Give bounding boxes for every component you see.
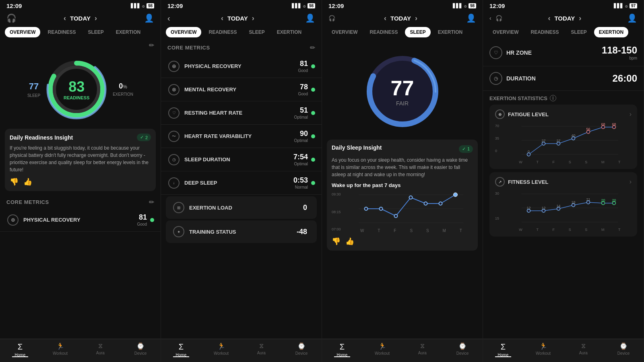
headphones-icon-4[interactable]: 🎧 [495,15,502,21]
left-arrow-4[interactable]: ‹ [548,14,550,23]
sleep-score-label: FAIR [391,100,414,107]
readiness-circle-area: 77 SLEEP 83 READINESS [0,49,161,125]
fatigue-chart-area: 70 35 0 [495,122,632,164]
nav-center-2: ‹ TODAY › [221,14,254,23]
profile-icon-1[interactable]: 👤 [144,13,154,23]
nav-home-1[interactable]: Σ Home [0,342,40,357]
tab-overview-1[interactable]: OVERVIEW [5,27,40,37]
tab-sleep-2[interactable]: SLEEP [244,27,269,37]
zepp-icon-3[interactable]: 🎧 [328,15,335,21]
thumbs-down-1[interactable]: 👎 [10,177,19,186]
metric-mental-2: ⊗ MENTAL RECOVERY 78 Good [161,78,322,101]
nav-aura-1[interactable]: ⧖ Aura [80,342,121,357]
sleep-actions: 👎 👍 [332,237,473,246]
nav-aura-4[interactable]: ⧖ Aura [564,342,604,357]
nav-device-4[interactable]: ⌚ Device [603,342,644,357]
aura-icon-3: ⧖ [420,342,425,350]
left-arrow-3[interactable]: ‹ [384,14,386,23]
nav-workout-3[interactable]: 🏃 Workout [362,342,402,357]
insight-badge-1: ✓ 2 [137,134,151,141]
insight-text-1: If you're feeling a bit sluggish today, … [10,144,151,173]
sleep-circle-center: 77 FAIR [391,76,414,107]
fitness-chevron[interactable]: › [630,178,632,185]
fl-T1: T [536,160,539,164]
nav-aura-2[interactable]: ⧖ Aura [242,342,282,357]
nav-device-2[interactable]: ⌚ Device [281,342,322,357]
wakeup-label-S2: S [426,228,429,233]
left-arrow-2[interactable]: ‹ [221,14,223,23]
svg-point-46 [542,209,545,212]
sleep-dur-sub: Optimal [294,162,308,166]
tab-readiness-2[interactable]: READINESS [204,27,242,37]
sleep-metric: 77 SLEEP [27,81,40,98]
fatigue-chevron[interactable]: › [630,111,632,118]
nav-workout-1[interactable]: 🏃 Workout [40,342,80,357]
fit-S2: S [585,228,587,232]
mental-name: MENTAL RECOVERY [184,86,298,93]
tab-sleep-4[interactable]: SLEEP [566,27,591,37]
tab-exertion-3[interactable]: EXERTION [433,27,467,37]
nav-home-2[interactable]: Σ Home [161,342,201,357]
right-arrow-3[interactable]: › [415,14,417,23]
nav-device-1[interactable]: ⌚ Device [120,342,161,357]
thumbs-up-3[interactable]: 👍 [345,237,354,246]
right-arrow-2[interactable]: › [252,14,254,23]
fit-F: F [553,228,555,232]
right-arrow-4[interactable]: › [579,14,581,23]
device-icon-1: ⌚ [136,342,144,350]
svg-point-28 [527,153,530,156]
fl-M: M [601,160,605,164]
fatigue-x-labels: W T F S S M T [508,160,632,164]
tab-exertion-1[interactable]: EXERTION [111,27,145,37]
nav-workout-2[interactable]: 🏃 Workout [201,342,242,357]
tab-readiness-3[interactable]: READINESS [365,27,402,37]
tab-readiness-1[interactable]: READINESS [43,27,80,37]
nav-device-3[interactable]: ⌚ Device [442,342,483,357]
hr-zone-unit: bpm [602,56,637,60]
device-icon-4: ⌚ [619,342,627,350]
tab-sleep-3[interactable]: SLEEP [405,27,430,37]
back-icon-4[interactable]: ‹ [489,15,491,21]
profile-icon-4[interactable]: 👤 [627,13,637,23]
info-icon[interactable]: i [550,95,556,101]
nav-home-4[interactable]: Σ Home [483,342,523,357]
tab-overview-3[interactable]: OVERVIEW [327,27,362,37]
tab-sleep-1[interactable]: SLEEP [83,27,108,37]
svg-point-29 [542,142,545,145]
svg-point-33 [602,125,605,129]
left-icon-2[interactable]: ‹ [167,14,170,23]
tab-overview-2[interactable]: OVERVIEW [166,27,201,37]
nav-aura-3[interactable]: ⧖ Aura [402,342,443,357]
profile-icon-2[interactable]: 👤 [305,13,315,23]
aura-label-1: Aura [96,351,105,355]
tab-exertion-2[interactable]: EXERTION [272,27,306,37]
wakeup-label-T2: T [460,228,462,233]
home-icon-4: Σ [501,342,506,352]
duration-label: DURATION [506,75,536,82]
nav-home-3[interactable]: Σ Home [322,342,362,357]
fit-T2: T [618,228,621,232]
edit-metrics-2[interactable]: ✏ [310,44,315,51]
sleep-circle-area: 77 FAIR [322,39,483,140]
bottom-nav-1: Σ Home 🏃 Workout ⧖ Aura ⌚ Device [0,339,161,362]
thumbs-up-1[interactable]: 👍 [23,177,32,186]
signal-icon-2: ▋▋▋ [292,3,301,8]
right-arrow-1[interactable]: › [95,14,97,23]
headphones-icon[interactable]: 🎧 [6,13,17,23]
edit-icon-1[interactable]: ✏ [149,41,154,49]
core-metrics-title-2: CORE METRICS [167,45,210,51]
left-arrow-1[interactable]: ‹ [64,14,66,23]
aura-icon-4: ⧖ [581,342,586,350]
tab-readiness-4[interactable]: READINESS [526,27,564,37]
thumbs-down-3[interactable]: 👎 [332,237,341,246]
screen-4: 12:09 ▋▋▋ ⌾ 97 ‹ 🎧 ‹ TODAY › 👤 OVERVIEW … [483,0,644,362]
tab-overview-4[interactable]: OVERVIEW [488,27,523,37]
physical-name-1: PHYSICAL RECOVERY [23,217,137,223]
tab-exertion-4[interactable]: EXERTION [594,27,628,37]
check-icon-1: ✓ [140,135,144,140]
metric-exertion-load: ⊞ EXERTION LOAD 0 [166,196,317,219]
edit-metrics-1[interactable]: ✏ [149,198,154,206]
profile-icon-3[interactable]: 👤 [466,13,476,23]
nav-workout-4[interactable]: 🏃 Workout [523,342,564,357]
workout-icon-1: 🏃 [56,342,64,350]
